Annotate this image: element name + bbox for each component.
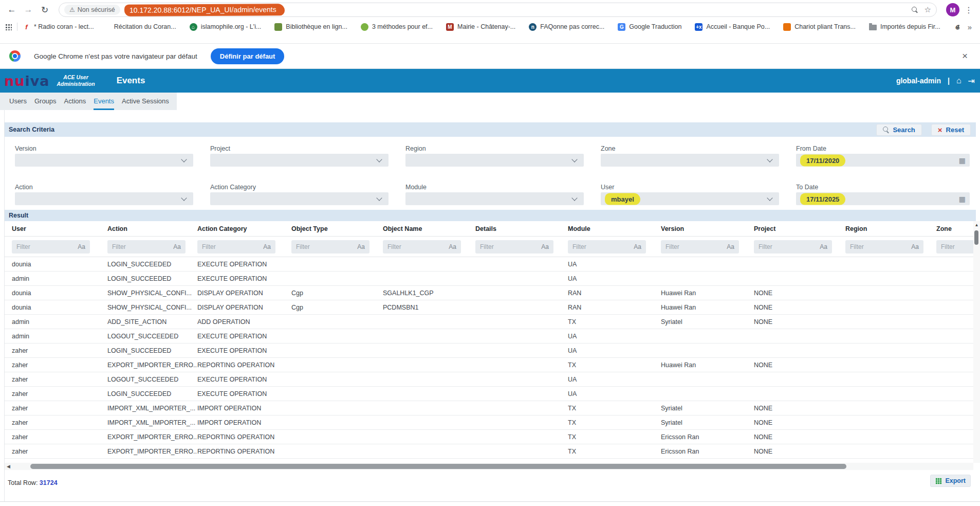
table-row[interactable]: zaherLOGIN_SUCCEEDEDEXECUTE OPERATIONUA: [5, 344, 976, 358]
criteria-field-control[interactable]: mbayel: [601, 192, 779, 205]
bookmark-item[interactable]: 3 méthodes pour ef...: [361, 23, 433, 31]
criteria-field-control[interactable]: [210, 192, 389, 205]
column-header[interactable]: Version: [661, 225, 754, 232]
column-filter-input[interactable]: FilterAa: [12, 240, 90, 254]
apps-grid-icon[interactable]: [5, 24, 12, 30]
bookmark-item[interactable]: n FAQonne pas correc...: [529, 23, 604, 31]
case-sensitivity-toggle[interactable]: Aa: [911, 243, 919, 250]
column-filter-cell: FilterAa: [936, 240, 973, 254]
vertical-scrollbar[interactable]: ▲: [973, 221, 980, 463]
table-row[interactable]: zaherEXPORT_IMPORTER_ERRO...REPORTING OP…: [5, 444, 976, 459]
column-filter-input[interactable]: FilterAa: [197, 240, 275, 254]
column-header[interactable]: Object Name: [383, 225, 475, 232]
column-filter-input[interactable]: FilterAa: [475, 240, 553, 254]
forward-icon[interactable]: →: [22, 5, 35, 15]
column-filter-input[interactable]: FilterAa: [568, 240, 646, 254]
table-row[interactable]: douniaSHOW_PHYSICAL_CONFI...DISPLAY OPER…: [5, 286, 976, 300]
case-sensitivity-toggle[interactable]: Aa: [263, 243, 271, 250]
column-header[interactable]: Project: [754, 225, 845, 232]
tab-events[interactable]: Events: [94, 93, 114, 110]
column-filter-input[interactable]: FilterAa: [107, 240, 186, 254]
table-row[interactable]: zaherIMPORT_XML_IMPORTER_...IMPORT OPERA…: [5, 401, 976, 415]
zoom-icon[interactable]: [912, 7, 918, 13]
table-row[interactable]: adminADD_SITE_ACTIONADD OPERATIONTXSyria…: [5, 315, 976, 329]
close-icon[interactable]: ×: [959, 50, 971, 62]
set-default-button[interactable]: Définir par défaut: [211, 48, 285, 64]
bookmark-item[interactable]: ⌂ islamophile.org - L'i...: [190, 23, 262, 31]
bookmark-item[interactable]: ⊕ FAFIEC: [954, 23, 959, 31]
tab-active-sessions[interactable]: Active Sessions: [122, 93, 169, 110]
case-sensitivity-toggle[interactable]: Aa: [634, 243, 641, 250]
column-header[interactable]: User: [12, 225, 107, 232]
case-sensitivity-toggle[interactable]: Aa: [541, 243, 549, 250]
tab-users[interactable]: Users: [9, 93, 27, 110]
column-header[interactable]: Module: [568, 225, 661, 232]
case-sensitivity-toggle[interactable]: Aa: [173, 243, 181, 250]
table-row[interactable]: douniaSHOW_PHYSICAL_CONFI...DISPLAY OPER…: [5, 300, 976, 315]
criteria-field-control[interactable]: [601, 154, 779, 167]
reload-icon[interactable]: ↻: [38, 5, 51, 15]
bookmark-item[interactable]: Chariot pliant Trans...: [783, 23, 856, 31]
calendar-icon[interactable]: ▦: [959, 195, 966, 203]
criteria-field-control[interactable]: [15, 154, 193, 167]
case-sensitivity-toggle[interactable]: Aa: [357, 243, 365, 250]
tab-actions[interactable]: Actions: [64, 93, 86, 110]
table-row[interactable]: zaherEXPORT_IMPORTER_ERRO...REPORTING OP…: [5, 358, 976, 372]
column-filter-input[interactable]: FilterAa: [661, 240, 739, 254]
column-filter-cell: FilterAa: [754, 240, 845, 254]
bookmark-star-icon[interactable]: ☆: [924, 5, 931, 14]
logout-icon[interactable]: ⇥: [968, 76, 975, 86]
bookmark-item[interactable]: Récitation du Coran...: [107, 23, 176, 31]
horizontal-scroll-thumb[interactable]: [30, 464, 846, 469]
criteria-field-control[interactable]: [405, 192, 584, 205]
tab-groups[interactable]: Groups: [34, 93, 57, 110]
case-sensitivity-toggle[interactable]: Aa: [820, 243, 827, 250]
criteria-field-control[interactable]: [210, 154, 389, 167]
bookmark-item[interactable]: G Google Traduction: [618, 23, 681, 31]
case-sensitivity-toggle[interactable]: Aa: [78, 243, 85, 250]
browser-menu-icon[interactable]: ⋮: [963, 5, 975, 15]
profile-avatar[interactable]: M: [946, 3, 959, 16]
case-sensitivity-toggle[interactable]: Aa: [727, 243, 734, 250]
case-sensitivity-toggle[interactable]: Aa: [449, 243, 456, 250]
table-row[interactable]: douniaLOGIN_SUCCEEDEDEXECUTE OPERATIONUA: [5, 257, 976, 272]
scroll-up-icon[interactable]: ▲: [973, 221, 980, 229]
column-filter-input[interactable]: FilterAa: [291, 240, 369, 254]
column-header[interactable]: Region: [845, 225, 936, 232]
table-row[interactable]: zaherLOGIN_SUCCEEDEDEXECUTE OPERATIONUA: [5, 387, 976, 401]
column-filter-input[interactable]: FilterAa: [383, 240, 461, 254]
bookmark-item[interactable]: Bibliothèque en lign...: [274, 23, 347, 31]
criteria-field-control[interactable]: 17/11/2020 ▦: [796, 154, 970, 167]
calendar-icon[interactable]: ▦: [959, 156, 966, 165]
search-button[interactable]: Search: [876, 124, 921, 136]
back-icon[interactable]: ←: [5, 5, 19, 15]
table-row[interactable]: adminLOGIN_SUCCEEDEDEXECUTE OPERATIONUA: [5, 272, 976, 286]
bookmark-item[interactable]: Importés depuis Fir...: [869, 23, 940, 30]
address-bar[interactable]: ⚠ Non sécurisé 10.172.20.88:6012/NEP_UA_…: [59, 3, 937, 17]
bookmarks-overflow-icon[interactable]: »: [965, 23, 975, 31]
security-chip[interactable]: ⚠ Non sécurisé: [64, 5, 120, 15]
bookmark-item[interactable]: +x Accueil - Banque Po...: [695, 23, 770, 31]
export-button[interactable]: Export: [930, 475, 971, 487]
criteria-field-control[interactable]: 17/11/2025 ▦: [796, 192, 970, 205]
column-header[interactable]: Object Type: [291, 225, 383, 232]
home-icon[interactable]: ⌂: [956, 76, 961, 85]
column-filter-input[interactable]: FilterAa: [845, 240, 923, 254]
column-header[interactable]: Zone: [936, 225, 973, 232]
table-row[interactable]: zaherEXPORT_IMPORTER_ERRO...REPORTING OP…: [5, 430, 976, 444]
bookmark-item[interactable]: M Mairie - Châtenay-...: [446, 23, 515, 31]
criteria-field-control[interactable]: [405, 154, 584, 167]
horizontal-scrollbar[interactable]: ◀: [5, 463, 973, 470]
reset-button[interactable]: × Reset: [931, 124, 971, 136]
vertical-scroll-thumb[interactable]: [974, 230, 978, 245]
column-filter-input[interactable]: FilterAa: [754, 240, 832, 254]
criteria-field-control[interactable]: [15, 192, 193, 205]
table-row[interactable]: adminLOGOUT_SUCCEEDEDEXECUTE OPERATIONUA: [5, 329, 976, 344]
table-row[interactable]: zaherIMPORT_XML_IMPORTER_...IMPORT OPERA…: [5, 415, 976, 430]
scroll-left-icon[interactable]: ◀: [7, 463, 10, 469]
bookmark-item[interactable]: f * Radio coran - lect...: [23, 23, 94, 31]
column-header[interactable]: Action: [107, 225, 197, 232]
table-row[interactable]: zaherLOGOUT_SUCCEEDEDEXECUTE OPERATIONUA: [5, 372, 976, 387]
column-header[interactable]: Action Category: [197, 225, 291, 232]
column-header[interactable]: Details: [475, 225, 568, 232]
